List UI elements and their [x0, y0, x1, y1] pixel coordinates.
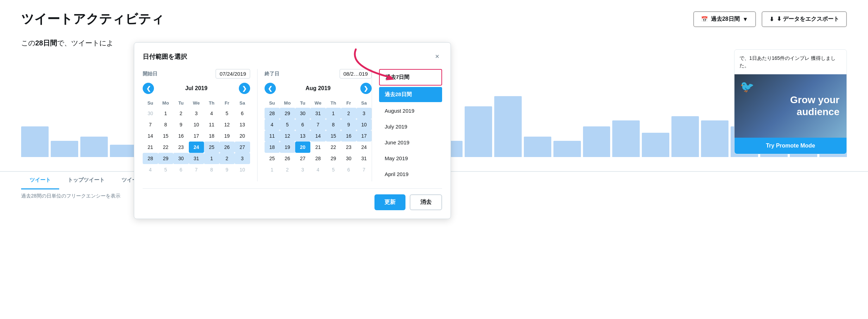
table-row[interactable]: 27: [235, 142, 250, 153]
table-row[interactable]: 3: [295, 164, 311, 175]
table-row[interactable]: 4: [143, 164, 158, 175]
left-cal-prev-btn[interactable]: ❮: [143, 83, 154, 94]
table-row[interactable]: 6: [235, 108, 250, 119]
table-row[interactable]: 31: [310, 108, 326, 119]
table-row[interactable]: 2: [219, 153, 235, 164]
cancel-button[interactable]: 消去: [410, 194, 442, 210]
table-row[interactable]: 13: [295, 130, 311, 142]
table-row[interactable]: 22: [158, 142, 174, 153]
table-row[interactable]: 19: [219, 130, 235, 142]
table-row[interactable]: 21: [310, 142, 326, 153]
table-row[interactable]: 27: [295, 153, 311, 164]
left-cal-next-btn[interactable]: ❯: [239, 83, 250, 94]
table-row[interactable]: 2: [173, 108, 189, 119]
table-row[interactable]: 13: [235, 119, 250, 130]
table-row[interactable]: 6: [341, 164, 356, 175]
table-row[interactable]: 30: [143, 108, 158, 119]
table-row[interactable]: 20: [235, 130, 250, 142]
quick-28days-button[interactable]: 過去28日間: [379, 87, 442, 102]
table-row[interactable]: 8: [326, 119, 341, 130]
col-su: Su: [265, 98, 280, 108]
quick-june-button[interactable]: June 2019: [379, 135, 442, 150]
table-row[interactable]: 24: [356, 142, 372, 153]
table-row[interactable]: 7: [189, 164, 204, 175]
table-row[interactable]: 3: [235, 153, 250, 164]
table-row[interactable]: 6: [173, 164, 189, 175]
table-row[interactable]: 14: [310, 130, 326, 142]
table-row[interactable]: 5: [326, 164, 341, 175]
table-row[interactable]: 9: [173, 119, 189, 130]
quick-april-button[interactable]: April 2019: [379, 167, 442, 181]
table-row[interactable]: 14: [143, 130, 158, 142]
table-row[interactable]: 12: [280, 130, 295, 142]
table-row[interactable]: 24: [189, 142, 204, 153]
table-row[interactable]: 28: [310, 153, 326, 164]
table-row[interactable]: 28: [265, 108, 280, 119]
table-row[interactable]: 7: [310, 119, 326, 130]
table-row[interactable]: 23: [341, 142, 356, 153]
table-row[interactable]: 10: [189, 119, 204, 130]
table-row[interactable]: 15: [158, 130, 174, 142]
table-row[interactable]: 7: [356, 164, 372, 175]
table-row[interactable]: 1: [204, 153, 219, 164]
table-row[interactable]: 11: [265, 130, 280, 142]
table-row[interactable]: 5: [158, 164, 174, 175]
table-row[interactable]: 8: [204, 164, 219, 175]
table-row[interactable]: 23: [173, 142, 189, 153]
table-row[interactable]: 20: [295, 142, 311, 153]
table-row[interactable]: 22: [326, 142, 341, 153]
table-row[interactable]: 1: [265, 164, 280, 175]
table-row[interactable]: 4: [310, 164, 326, 175]
table-row[interactable]: 3: [189, 108, 204, 119]
close-button[interactable]: ×: [432, 51, 442, 62]
table-row[interactable]: 2: [341, 108, 356, 119]
table-row[interactable]: 29: [326, 153, 341, 164]
table-row[interactable]: 30: [295, 108, 311, 119]
table-row[interactable]: 5: [280, 119, 295, 130]
table-row[interactable]: 25: [265, 153, 280, 164]
table-row[interactable]: 8: [158, 119, 174, 130]
table-row[interactable]: 12: [219, 119, 235, 130]
table-row[interactable]: 2: [280, 164, 295, 175]
table-row[interactable]: 6: [295, 119, 311, 130]
table-row[interactable]: 1: [326, 108, 341, 119]
start-date-value[interactable]: 07/24/2019: [216, 69, 250, 79]
table-row[interactable]: 16: [173, 130, 189, 142]
quick-august-button[interactable]: August 2019: [379, 104, 442, 118]
col-fr: Fr: [219, 98, 235, 108]
right-cal-prev-btn[interactable]: ❮: [265, 83, 276, 94]
table-row[interactable]: 17: [356, 130, 372, 142]
quick-july-button[interactable]: July 2019: [379, 119, 442, 134]
table-row[interactable]: 10: [356, 119, 372, 130]
table-row[interactable]: 17: [189, 130, 204, 142]
table-row[interactable]: 21: [143, 142, 158, 153]
table-row[interactable]: 3: [356, 108, 372, 119]
table-row[interactable]: 15: [326, 130, 341, 142]
update-button[interactable]: 更新: [374, 194, 405, 210]
table-row[interactable]: 25: [204, 142, 219, 153]
table-row[interactable]: 29: [158, 153, 174, 164]
table-row[interactable]: 10: [235, 164, 250, 175]
table-row[interactable]: 9: [341, 119, 356, 130]
table-row[interactable]: 30: [173, 153, 189, 164]
table-row[interactable]: 26: [219, 142, 235, 153]
table-row[interactable]: 1: [158, 108, 174, 119]
table-row[interactable]: 11: [204, 119, 219, 130]
table-row[interactable]: 29: [280, 108, 295, 119]
table-row[interactable]: 18: [204, 130, 219, 142]
ad-cta-button[interactable]: Try Promote Mode: [734, 138, 847, 154]
table-row[interactable]: 28: [143, 153, 158, 164]
table-row[interactable]: 31: [356, 153, 372, 164]
quick-may-button[interactable]: May 2019: [379, 151, 442, 165]
table-row[interactable]: 31: [189, 153, 204, 164]
table-row[interactable]: 19: [280, 142, 295, 153]
table-row[interactable]: 7: [143, 119, 158, 130]
table-row[interactable]: 30: [341, 153, 356, 164]
table-row[interactable]: 5: [219, 108, 235, 119]
table-row[interactable]: 16: [341, 130, 356, 142]
table-row[interactable]: 4: [204, 108, 219, 119]
table-row[interactable]: 18: [265, 142, 280, 153]
table-row[interactable]: 26: [280, 153, 295, 164]
table-row[interactable]: 4: [265, 119, 280, 130]
table-row[interactable]: 9: [219, 164, 235, 175]
